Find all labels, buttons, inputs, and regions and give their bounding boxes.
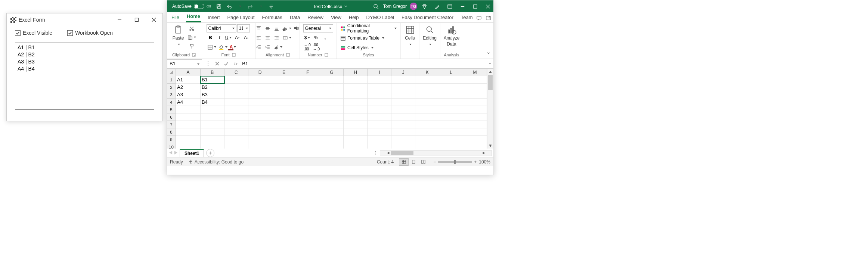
row-header[interactable]: 8 bbox=[167, 128, 176, 136]
cell[interactable] bbox=[224, 106, 248, 113]
cell[interactable]: A2 bbox=[176, 84, 201, 91]
accessibility-status[interactable]: Accessibility: Good to go bbox=[188, 159, 244, 165]
ribbon-tab-view[interactable]: View bbox=[330, 13, 342, 22]
cell[interactable] bbox=[368, 99, 391, 106]
increase-indent-icon[interactable] bbox=[264, 43, 272, 51]
ribbon-tab-team[interactable]: Team bbox=[460, 13, 474, 22]
cell[interactable] bbox=[224, 121, 248, 128]
ribbon-tab-page-layout[interactable]: Page Layout bbox=[227, 13, 255, 22]
column-header[interactable]: F bbox=[296, 69, 320, 76]
decrease-decimal-icon[interactable]: .00→.0 bbox=[312, 43, 320, 51]
cell[interactable] bbox=[296, 84, 320, 91]
cell[interactable] bbox=[248, 99, 272, 106]
clipboard-launcher-icon[interactable] bbox=[192, 53, 196, 57]
cell[interactable] bbox=[296, 121, 320, 128]
ribbon-collapse-icon[interactable] bbox=[486, 50, 491, 57]
cell[interactable] bbox=[296, 91, 320, 99]
row-header[interactable]: 3 bbox=[167, 91, 176, 99]
cells-button[interactable]: Cells bbox=[403, 24, 416, 47]
cell[interactable] bbox=[415, 106, 439, 113]
cell[interactable] bbox=[272, 128, 296, 136]
hscroll-thumb[interactable] bbox=[391, 151, 413, 155]
cell[interactable] bbox=[391, 128, 415, 136]
excel-titlebar[interactable]: AutoSave Off TestCells.xlsx Tom Gregor T… bbox=[167, 0, 493, 12]
conditional-formatting-button[interactable]: Conditional Formatting bbox=[340, 24, 397, 32]
cell[interactable] bbox=[391, 91, 415, 99]
comma-icon[interactable]: , bbox=[321, 34, 329, 42]
column-header[interactable]: D bbox=[248, 69, 272, 76]
cell[interactable] bbox=[176, 136, 201, 143]
user-avatar[interactable]: TG bbox=[410, 3, 417, 10]
cell[interactable] bbox=[344, 143, 368, 149]
scroll-left-icon[interactable] bbox=[385, 152, 391, 155]
row-header[interactable]: 7 bbox=[167, 121, 176, 128]
cell[interactable] bbox=[391, 136, 415, 143]
worksheet-grid[interactable]: ABCDEFGHIJKLM 12345678910 A1B1A2B2A3B3A4… bbox=[167, 69, 493, 149]
row-header[interactable]: 2 bbox=[167, 84, 176, 91]
percent-icon[interactable]: % bbox=[312, 34, 320, 42]
cell[interactable] bbox=[415, 84, 439, 91]
cell[interactable] bbox=[224, 113, 248, 121]
formula-input[interactable] bbox=[240, 61, 487, 66]
cell[interactable] bbox=[368, 106, 391, 113]
select-all-corner[interactable] bbox=[167, 69, 176, 76]
borders-icon[interactable] bbox=[207, 43, 217, 51]
cell[interactable] bbox=[463, 84, 487, 91]
horizontal-scrollbar[interactable] bbox=[380, 150, 492, 156]
cell[interactable] bbox=[320, 143, 344, 149]
cell[interactable] bbox=[224, 136, 248, 143]
workbook-open-checkbox[interactable]: Workbook Open bbox=[67, 30, 113, 36]
cell[interactable] bbox=[176, 143, 201, 149]
cell[interactable]: A3 bbox=[176, 91, 201, 99]
ribbon-tab-dymo-label[interactable]: DYMO Label bbox=[366, 13, 395, 22]
cell[interactable] bbox=[368, 121, 391, 128]
align-left-icon[interactable] bbox=[255, 34, 263, 42]
cell[interactable]: B1 bbox=[201, 76, 224, 84]
align-bottom-icon[interactable] bbox=[273, 24, 281, 32]
qat-customize-icon[interactable] bbox=[267, 2, 275, 10]
increase-decimal-icon[interactable]: ←.0.00 bbox=[303, 43, 311, 51]
scroll-down-icon[interactable] bbox=[487, 142, 493, 149]
cell[interactable] bbox=[320, 128, 344, 136]
redo-dropdown[interactable] bbox=[257, 2, 265, 10]
ribbon-tab-formulas[interactable]: Formulas bbox=[261, 13, 283, 22]
paste-button[interactable]: Paste bbox=[171, 24, 186, 47]
editing-button[interactable]: Editing bbox=[421, 24, 438, 47]
cell[interactable] bbox=[248, 136, 272, 143]
cell[interactable] bbox=[224, 99, 248, 106]
cell[interactable] bbox=[201, 143, 224, 149]
column-header[interactable]: H bbox=[344, 69, 368, 76]
cell[interactable] bbox=[368, 91, 391, 99]
cell[interactable] bbox=[272, 136, 296, 143]
cell[interactable] bbox=[320, 121, 344, 128]
cell[interactable] bbox=[463, 99, 487, 106]
cell[interactable] bbox=[344, 84, 368, 91]
cell[interactable] bbox=[224, 128, 248, 136]
cell[interactable] bbox=[201, 136, 224, 143]
cell[interactable] bbox=[272, 106, 296, 113]
cell[interactable] bbox=[344, 136, 368, 143]
enter-icon[interactable] bbox=[222, 60, 230, 68]
cell[interactable] bbox=[463, 121, 487, 128]
cell[interactable] bbox=[320, 136, 344, 143]
cell[interactable] bbox=[391, 99, 415, 106]
format-as-table-button[interactable]: Format as Table bbox=[340, 34, 385, 42]
name-box[interactable]: B1 bbox=[167, 59, 202, 68]
zoom-slider[interactable] bbox=[438, 161, 472, 163]
cell[interactable] bbox=[296, 113, 320, 121]
cell[interactable] bbox=[463, 128, 487, 136]
cell[interactable] bbox=[344, 99, 368, 106]
cell[interactable] bbox=[344, 76, 368, 84]
cell[interactable] bbox=[320, 91, 344, 99]
copy-icon[interactable] bbox=[186, 33, 197, 41]
cell[interactable] bbox=[439, 113, 463, 121]
cell[interactable] bbox=[248, 143, 272, 149]
ribbon-tab-home[interactable]: Home bbox=[186, 12, 201, 22]
ribbon-tab-easy-document-creator[interactable]: Easy Document Creator bbox=[401, 13, 454, 22]
list-item[interactable]: A2 | B2 bbox=[18, 51, 152, 58]
increase-font-icon[interactable]: A↑ bbox=[233, 34, 242, 42]
cell[interactable] bbox=[272, 76, 296, 84]
formula-expand-icon[interactable] bbox=[487, 62, 493, 66]
autosave-toggle[interactable] bbox=[194, 4, 204, 9]
cut-icon[interactable] bbox=[187, 24, 196, 32]
